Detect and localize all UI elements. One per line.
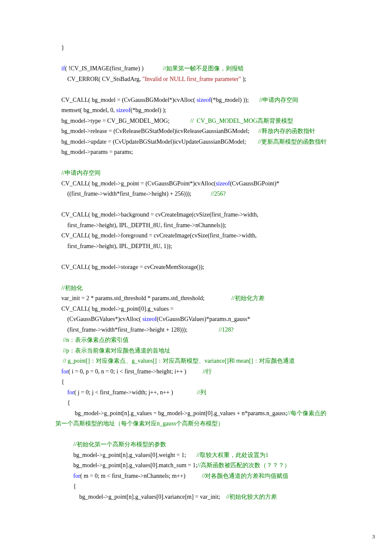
- code-line: ((first_frame->width*first_frame->height…: [55, 189, 366, 199]
- code-line: //初始化: [55, 283, 366, 294]
- comment: //初始化第一个高斯分布模型的参数: [73, 441, 166, 448]
- page-number: 3: [0, 519, 392, 542]
- code-text: [55, 65, 61, 72]
- code-text: bg_model->g_point[n].g_values[0].weight …: [55, 452, 196, 458]
- code-text: ( j = 0; j < first_frame->width; j++, n+…: [74, 389, 197, 396]
- code-text: ( m = 0; m < first_frame->nChannels; m++…: [80, 473, 202, 479]
- code-line: CV_ERROR( CV_StsBadArg, "Invalid or NULL…: [55, 74, 366, 85]
- comment: //列: [197, 389, 206, 396]
- code-text: CV_CALL( bg_model->g_point = (CvGaussBGP…: [55, 180, 216, 187]
- code-line: 第一个高斯模型的地址（每个像素对应n_gauss个高斯分布模型）: [55, 419, 366, 429]
- code-line: {: [55, 398, 366, 408]
- keyword: for: [67, 389, 74, 396]
- code-line: bg_model->g_point[n].g_values = bg_model…: [55, 408, 366, 419]
- code-line: }: [55, 43, 366, 53]
- code-line: //p：表示当前像素对应颜色通道的首地址: [55, 346, 366, 356]
- code-line: bg_model->release = (CvReleaseBGStatMode…: [55, 126, 366, 137]
- code-text: {: [55, 399, 70, 406]
- comment: //取较大权重，此处设置为1: [196, 452, 268, 458]
- code-text: );: [241, 76, 246, 82]
- code-text: bg_model->type = CV_BG_MODEL_MOG;: [55, 118, 190, 124]
- code-line: memset( bg_model, 0, sizeof(*bg_model) )…: [55, 105, 366, 116]
- code-text: {: [55, 379, 64, 385]
- comment: //p：表示当前像素对应颜色通道的首地址: [63, 347, 171, 354]
- code-text: first_frame->height), IPL_DEPTH_8U, 1));: [55, 243, 172, 249]
- code-line: for( i = 0, p = 0, n = 0; i < first_fram…: [55, 367, 366, 377]
- code-text: [55, 170, 61, 176]
- comment: //行: [203, 368, 212, 375]
- code-line: bg_model->g_point[n].g_values[0].weight …: [55, 450, 366, 461]
- code-text: {: [55, 483, 76, 489]
- code-line: CV_CALL( bg_model->g_point[0].g_values =: [55, 304, 366, 315]
- keyword: for: [61, 368, 68, 375]
- comment: //每个像素点的: [287, 410, 326, 416]
- code-line: // g_point[]：对应像素点、g_values[]：对应高斯模型、var…: [55, 356, 366, 367]
- code-line: first_frame->height), IPL_DEPTH_8U, 1));: [55, 241, 366, 252]
- comment: //对各颜色通道的方差和均值赋值: [202, 473, 289, 479]
- comment: //释放内存的函数指针: [258, 128, 315, 134]
- code-line: (first_frame->width*first_frame->height …: [55, 325, 366, 335]
- code-line: CV_CALL( bg_model->storage = cvCreateMem…: [55, 262, 366, 273]
- code-line: [55, 53, 366, 64]
- code-text: var_init = 2 * params.std_threshold * pa…: [55, 295, 231, 301]
- keyword: sizeof: [142, 316, 156, 322]
- code-line: CV_CALL( bg_model->g_point = (CvGaussBGP…: [55, 179, 366, 189]
- comment: //更新高斯模型的函数指针: [258, 139, 327, 145]
- code-line: //申请内存空间: [55, 168, 366, 179]
- code-text: [55, 347, 63, 354]
- code-line: [55, 272, 366, 283]
- code-line: bg_model->g_point[n].g_values[0].varianc…: [55, 492, 366, 503]
- code-text: bg_model->release = (CvReleaseBGStatMode…: [55, 128, 258, 134]
- string-literal: "Invalid or NULL first_frame parameter": [142, 76, 241, 82]
- code-text: memset( bg_model, 0,: [55, 107, 116, 113]
- code-text: CV_CALL( bg_model->storage = cvCreateMem…: [55, 264, 204, 270]
- code-text: (first_frame->width*first_frame->height …: [55, 327, 219, 333]
- code-line: for( m = 0; m < first_frame->nChannels; …: [55, 471, 366, 482]
- comment: 第一个高斯模型的地址（每个像素对应n_gauss个高斯分布模型）: [55, 420, 224, 427]
- code-line: CV_CALL( bg_model = (CvGaussBGModel*)cvA…: [55, 95, 366, 106]
- code-text: bg_model->g_point[n].g_values[0].match_s…: [55, 462, 197, 468]
- code-line: CV_CALL( bg_model->background = cvCreate…: [55, 210, 366, 220]
- code-line: //n：表示像素点的索引值: [55, 335, 366, 346]
- keyword: if: [61, 65, 65, 72]
- code-line: CV_CALL( bg_model->foreground = cvCreate…: [55, 231, 366, 241]
- code-text: CV_CALL( bg_model->g_point[0].g_values =: [55, 306, 173, 312]
- comment: //初始化: [61, 285, 83, 291]
- code-line: if( !CV_IS_IMAGE(first_frame) ) //如果第一帧不…: [55, 64, 366, 74]
- comment: //n：表示像素点的索引值: [63, 337, 129, 343]
- code-text: bg_model->update = (CvUpdateBGStatModel)…: [55, 139, 258, 145]
- code-text: (*bg_model) ));: [211, 97, 259, 103]
- code-text: ((first_frame->width*first_frame->height…: [55, 191, 211, 197]
- code-line: {: [55, 481, 366, 492]
- comment: //128?: [219, 327, 233, 333]
- comment: //初始化方差: [231, 295, 265, 301]
- code-text: (CvGaussBGPoint)*: [230, 180, 280, 187]
- comment: // CV_BG_MODEL_MOG高斯背景模型: [190, 118, 293, 124]
- code-text: ( !CV_IS_IMAGE(first_frame) ): [65, 65, 163, 72]
- code-line: bg_model->params = params;: [55, 147, 366, 158]
- code-text: }: [55, 44, 64, 51]
- code-text: [55, 285, 61, 291]
- code-line: [55, 429, 366, 440]
- keyword: sizeof: [116, 107, 130, 113]
- comment: //256?: [211, 191, 226, 197]
- code-line: (CvGaussBGValues*)cvAlloc( sizeof(CvGaus…: [55, 314, 366, 325]
- code-text: CV_CALL( bg_model = (CvGaussBGModel*)cvA…: [55, 97, 196, 103]
- code-text: [55, 473, 73, 479]
- code-line: bg_model->g_point[n].g_values[0].match_s…: [55, 460, 366, 471]
- code-text: [55, 358, 63, 364]
- comment: //申请内存空间: [259, 97, 298, 103]
- code-text: CV_CALL( bg_model->background = cvCreate…: [55, 211, 258, 218]
- code-line: [55, 251, 366, 262]
- code-content: } if( !CV_IS_IMAGE(first_frame) ) //如果第一…: [55, 43, 366, 502]
- code-text: bg_model->params = params;: [55, 149, 133, 155]
- code-text: ( i = 0, p = 0, n = 0; i < first_frame->…: [68, 368, 202, 375]
- code-line: for( j = 0; j < first_frame->width; j++,…: [55, 387, 366, 398]
- code-line: bg_model->type = CV_BG_MODEL_MOG; // CV_…: [55, 116, 366, 127]
- comment: // g_point[]：对应像素点、g_values[]：对应高斯模型、var…: [63, 358, 295, 364]
- code-line: [55, 158, 366, 168]
- keyword: sizeof: [196, 97, 210, 103]
- keyword: for: [73, 473, 80, 479]
- code-text: (CvGaussBGValues)*params.n_gauss*: [157, 316, 251, 322]
- code-text: [55, 368, 61, 375]
